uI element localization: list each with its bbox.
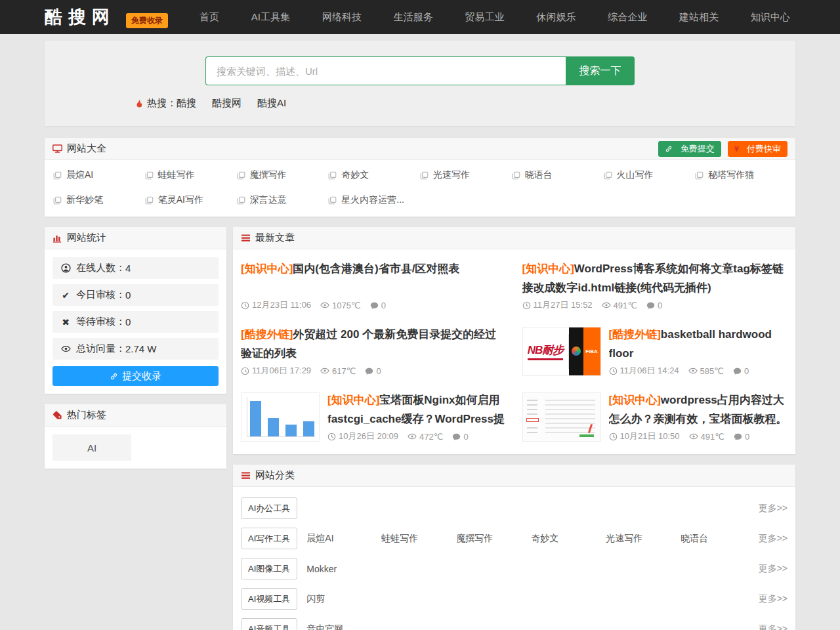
category-site-link[interactable]: 闪剪: [306, 593, 381, 605]
more-link[interactable]: 更多>>: [759, 623, 788, 630]
category-ai-video-tools[interactable]: AI视频工具: [241, 588, 297, 610]
article-title[interactable]: [酷搜外链]basketball hardwood floor: [609, 326, 788, 364]
more-link[interactable]: 更多>>: [759, 593, 788, 605]
bar-chart-icon: [52, 233, 62, 243]
clone-icon: [604, 171, 612, 180]
eye-icon: [320, 366, 329, 375]
nav-item-knowledge[interactable]: 知识中心: [751, 11, 790, 24]
site-link[interactable]: 星火内容运营...: [328, 194, 420, 206]
nav-item-site-building[interactable]: 建站相关: [679, 11, 719, 24]
site-link[interactable]: 新华妙笔: [53, 194, 145, 206]
comment-icon: [646, 301, 655, 310]
nav-item-life-services[interactable]: 生活服务: [394, 11, 433, 24]
article-meta: 11月06日 17:29 617℃ 0: [241, 365, 507, 377]
clone-icon: [695, 171, 704, 180]
category-ai-writing-tools[interactable]: AI写作工具: [241, 528, 297, 549]
article-title[interactable]: [知识中心]wordpress占用内容过大怎么办？亲测有效，宝塔面板教程。: [609, 391, 788, 429]
nav-item-enterprise[interactable]: 综合企业: [608, 11, 647, 24]
category-row: AI图像工具 Mokker 更多>>: [241, 558, 788, 579]
more-link[interactable]: 更多>>: [759, 563, 788, 575]
category-ai-audio-tools[interactable]: AI音频工具: [241, 618, 297, 630]
tag-icon: [52, 410, 62, 420]
article-meta: 11月27日 15:52 491℃ 0: [522, 299, 788, 311]
nav-item-leisure[interactable]: 休闲娱乐: [536, 11, 576, 24]
nav-item-home[interactable]: 首页: [200, 11, 219, 24]
site-categories-card: 网站分类 AI办公工具 更多>> AI写作工具 晨煊AI 蛙蛙写作 魔撰写作: [233, 465, 795, 630]
category-site-link[interactable]: 魔撰写作: [456, 533, 531, 545]
eye-icon: [60, 344, 71, 354]
category-site-link[interactable]: 晓语台: [681, 533, 755, 545]
site-link[interactable]: 深言达意: [237, 194, 329, 206]
site-link[interactable]: 晨煊AI: [53, 169, 145, 181]
comment-icon: [734, 432, 742, 441]
article-thumbnail-bar-chart[interactable]: [241, 392, 320, 442]
clone-icon: [328, 171, 337, 180]
clock-icon: [609, 432, 618, 441]
eye-icon: [320, 301, 329, 310]
free-submit-button[interactable]: 免费提交: [658, 141, 721, 157]
site-link[interactable]: 火山写作: [604, 169, 696, 181]
category-row: AI办公工具 更多>>: [241, 497, 788, 519]
article-title[interactable]: [酷搜外链]外贸超过 200 个最新免费目录提交的经过验证的列表: [241, 326, 507, 364]
hot-tags-title: 热门标签: [67, 409, 106, 421]
site-link[interactable]: 奇妙文: [328, 169, 420, 181]
category-row: AI写作工具 晨煊AI 蛙蛙写作 魔撰写作 奇妙文 光速写作 晓语台 更多>>: [241, 528, 788, 549]
article-title[interactable]: [知识中心]宝塔面板Nginx如何启用fastcgi_cache缓存？WordP…: [327, 391, 507, 429]
article-thumbnail-panel-screenshot[interactable]: [522, 392, 601, 442]
site-directory-grid: 晨煊AI 蛙蛙写作 魔撰写作 奇妙文 光速写作 晓语台 火山写作 秘塔写作猫 新…: [45, 160, 795, 217]
hot-tags-card: 热门标签 AI: [45, 404, 226, 469]
comment-icon: [452, 432, 461, 441]
article-title[interactable]: [知识中心]WordPress博客系统如何将文章tag标签链接改成数字id.ht…: [522, 260, 788, 298]
clone-icon: [328, 196, 337, 205]
search-input[interactable]: [205, 56, 566, 85]
submit-listing-button[interactable]: 提交收录: [52, 366, 219, 386]
category-site-link[interactable]: 音虫官网: [306, 623, 381, 630]
hot-search-item[interactable]: 酷搜: [177, 97, 196, 110]
sidebar: 网站统计 在线人数：4 ✔ 今日审核：0 ✖ 等待审核：0: [45, 227, 226, 469]
more-link[interactable]: 更多>>: [759, 533, 788, 545]
site-link[interactable]: 笔灵AI写作: [145, 194, 237, 206]
nav-item-network-tech[interactable]: 网络科技: [322, 11, 362, 24]
site-link[interactable]: 秘塔写作猫: [695, 169, 787, 181]
tag-ai[interactable]: AI: [52, 434, 131, 461]
category-site-link[interactable]: Mokker: [306, 564, 381, 574]
clone-icon: [512, 171, 520, 180]
article-item: [知识中心]国内(包含港澳台)省市县/区对照表 12月23日 11:06 107…: [241, 252, 507, 318]
nav-item-trade-industry[interactable]: 贸易工业: [465, 11, 505, 24]
clone-icon: [145, 196, 154, 205]
site-link[interactable]: 晓语台: [512, 169, 604, 181]
article-item: [知识中心]WordPress博客系统如何将文章tag标签链接改成数字id.ht…: [522, 252, 788, 318]
search-button[interactable]: 搜索一下: [566, 56, 635, 85]
hot-search-item[interactable]: 酷搜AI: [257, 97, 286, 110]
more-link[interactable]: 更多>>: [759, 503, 788, 514]
category-site-link[interactable]: 晨煊AI: [306, 533, 381, 545]
category-ai-image-tools[interactable]: AI图像工具: [241, 558, 297, 579]
article-item: NB耐步 FIBA [酷搜外链]basketball hardwood floo…: [522, 318, 788, 383]
clock-icon: [327, 432, 336, 441]
main-column: 最新文章 [知识中心]国内(包含港澳台)省市县/区对照表 12月23日 11:0…: [233, 227, 795, 630]
eye-icon: [688, 366, 698, 375]
latest-articles-title: 最新文章: [255, 232, 295, 244]
site-link[interactable]: 蛙蛙写作: [145, 169, 237, 181]
clock-icon: [241, 301, 249, 310]
nav-item-ai-tools[interactable]: AI工具集: [251, 11, 290, 24]
site-link[interactable]: 光速写作: [420, 169, 512, 181]
category-ai-office-tools[interactable]: AI办公工具: [241, 497, 297, 519]
stat-reviewed-today: ✔ 今日审核：0: [52, 284, 219, 306]
site-logo[interactable]: 酷搜网: [45, 5, 116, 29]
article-thumbnail-nb-basketball[interactable]: NB耐步 FIBA: [522, 327, 601, 376]
category-site-link[interactable]: 光速写作: [606, 533, 681, 545]
yen-icon: ¥: [734, 144, 739, 154]
site-link[interactable]: 魔撰写作: [237, 169, 329, 181]
category-site-link[interactable]: 奇妙文: [531, 533, 606, 545]
article-title[interactable]: [知识中心]国内(包含港澳台)省市县/区对照表: [241, 260, 507, 279]
clone-icon: [53, 196, 62, 205]
link-icon: [665, 145, 673, 153]
category-site-link[interactable]: 蛙蛙写作: [381, 533, 456, 545]
eye-icon: [602, 301, 611, 310]
hot-search-item[interactable]: 酷搜网: [212, 97, 242, 110]
category-row: AI视频工具 闪剪 更多>>: [241, 588, 788, 610]
free-listing-badge[interactable]: 免费收录: [126, 13, 168, 28]
eye-icon: [689, 432, 698, 441]
paid-review-button[interactable]: ¥ 付费快审: [728, 141, 788, 157]
